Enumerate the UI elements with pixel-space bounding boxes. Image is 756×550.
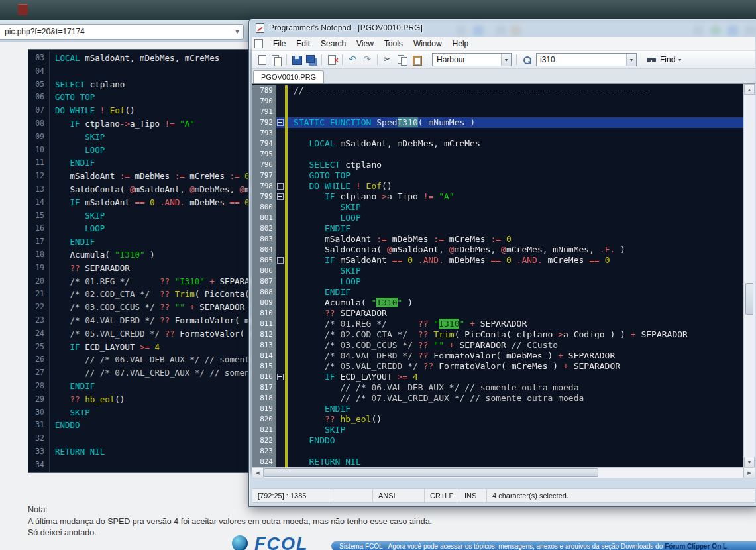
line-number[interactable]: 799 (252, 192, 276, 202)
code-line-818[interactable]: 818 // /* 07.VAL_CRED_AUX */ // somente … (252, 393, 743, 404)
fold-margin[interactable] (276, 340, 285, 351)
code-line-801[interactable]: 801 LOOP (252, 213, 743, 223)
menu-file[interactable]: File (268, 38, 291, 50)
line-number[interactable]: 792 (252, 117, 276, 128)
tab-pgov0010[interactable]: PGOV0010.PRG (253, 70, 324, 83)
line-number[interactable]: 817 (252, 382, 276, 393)
line-number[interactable]: 818 (252, 393, 276, 404)
address-dropdown-icon[interactable]: ▼ (231, 28, 243, 35)
code-line-813[interactable]: 813 /* 03.COD_CCUS */ ?? "" + SEPARADOR … (252, 340, 743, 351)
fold-margin[interactable] (276, 107, 285, 117)
title-bar[interactable]: Programmer's Notepad - [PGOV0010.PRG] (249, 19, 756, 37)
code-text[interactable] (288, 107, 743, 117)
find-dropdown-icon[interactable]: ▾ (678, 57, 681, 63)
line-number[interactable]: 811 (252, 319, 276, 329)
code-text[interactable] (288, 128, 743, 138)
code-line-812[interactable]: 812 /* 02.COD_CTA */ ?? Trim( PicConta( … (252, 329, 743, 340)
scheme-select[interactable]: Harbour ▼ (432, 53, 512, 66)
code-text[interactable]: // /* 06.VAL_DEB_AUX */ // somente outra… (288, 382, 743, 393)
save-button[interactable] (290, 53, 303, 66)
code-text[interactable]: ?? hb_eol() (288, 414, 743, 425)
code-line-810[interactable]: 810 ?? SEPARADOR (252, 308, 743, 319)
horizontal-scroll-thumb[interactable] (264, 468, 598, 477)
code-text[interactable]: Acumula( "I310" ) (288, 298, 743, 308)
line-number[interactable]: 809 (252, 298, 276, 308)
code-line-802[interactable]: 802 ENDIF (252, 223, 743, 234)
menu-view[interactable]: View (351, 38, 379, 50)
cut-button[interactable]: ✂ (381, 53, 394, 66)
code-line-791[interactable]: 791 (252, 107, 743, 117)
code-text[interactable]: SELECT ctplano (288, 160, 743, 170)
code-line-824[interactable]: 824 RETURN NIL (252, 457, 743, 467)
line-number[interactable]: 808 (252, 287, 276, 298)
code-text[interactable]: LOOP (288, 276, 743, 287)
line-number[interactable]: 794 (252, 138, 276, 149)
line-number[interactable]: 802 (252, 223, 276, 234)
paste-button[interactable] (410, 53, 423, 66)
line-number[interactable]: 815 (252, 361, 276, 372)
fold-margin[interactable] (276, 393, 285, 404)
undo-button[interactable]: ↶ (346, 53, 359, 66)
scroll-up-button[interactable]: ▲ (744, 84, 755, 95)
line-number[interactable]: 814 (252, 351, 276, 361)
code-text[interactable]: /* 05.VAL_CREDD */ ?? FormatoValor( mCre… (288, 361, 743, 372)
code-text[interactable] (288, 96, 743, 107)
code-line-811[interactable]: 811 /* 01.REG */ ?? "I310" + SEPARADOR (252, 319, 743, 329)
fold-margin[interactable] (276, 308, 285, 319)
code-line-792[interactable]: 792STATIC FUNCTION SpedI310( mNumMes ) (252, 117, 743, 128)
fold-margin[interactable] (276, 435, 285, 446)
code-text[interactable] (288, 446, 743, 457)
code-text[interactable]: GOTO TOP (288, 170, 743, 181)
fold-margin[interactable] (276, 404, 285, 414)
code-line-807[interactable]: 807 LOOP (252, 276, 743, 287)
code-text[interactable]: ENDDO (288, 435, 743, 446)
vertical-scrollbar[interactable]: ▲ ▼ (743, 84, 755, 467)
code-line-790[interactable]: 790 (252, 96, 743, 107)
line-number[interactable]: 797 (252, 170, 276, 181)
fold-margin[interactable] (276, 170, 285, 181)
line-number[interactable]: 812 (252, 329, 276, 340)
fold-margin[interactable] (276, 255, 285, 266)
fold-margin[interactable] (276, 85, 285, 96)
line-number[interactable]: 803 (252, 234, 276, 245)
code-text[interactable]: /* 01.REG */ ?? "I310" + SEPARADOR (288, 319, 743, 329)
line-number[interactable]: 822 (252, 435, 276, 446)
footer-link[interactable]: Fórum Clipper On L (665, 543, 727, 550)
copy-button[interactable] (396, 53, 409, 66)
line-number[interactable]: 804 (252, 245, 276, 255)
code-text[interactable]: /* 04.VAL_DEBD */ ?? FormatoValor( mDebM… (288, 351, 743, 361)
line-number[interactable]: 806 (252, 266, 276, 276)
fold-margin[interactable] (276, 160, 285, 170)
code-line-816[interactable]: 816 IF ECD_LAYOUT >= 4 (252, 372, 743, 382)
code-text[interactable]: IF ctplano->a_Tipo != "A" (288, 192, 743, 202)
fold-margin[interactable] (276, 181, 285, 192)
code-text[interactable]: ENDIF (288, 223, 743, 234)
fold-margin[interactable] (276, 351, 285, 361)
open-file-button[interactable] (270, 53, 283, 66)
menu-edit[interactable]: Edit (291, 38, 315, 50)
close-file-button[interactable] (325, 53, 339, 66)
address-bar[interactable]: pic.php?f=20&t=17174 ▼ (0, 24, 244, 40)
scroll-down-button[interactable]: ▼ (744, 457, 755, 467)
menu-search[interactable]: Search (315, 38, 351, 50)
code-text[interactable]: /* 02.COD_CTA */ ?? Trim( PicConta( ctpl… (288, 329, 743, 340)
fold-margin[interactable] (276, 213, 285, 223)
editor-lines[interactable]: 789// ----------------------------------… (252, 84, 743, 467)
fold-margin[interactable] (276, 138, 285, 149)
vertical-scroll-thumb[interactable] (745, 283, 753, 315)
line-number[interactable]: 819 (252, 404, 276, 414)
code-text[interactable]: ENDIF (288, 404, 743, 414)
fold-margin[interactable] (276, 276, 285, 287)
code-text[interactable]: // -------------------------------------… (288, 85, 743, 96)
code-line-820[interactable]: 820 ?? hb_eol() (252, 414, 743, 425)
code-line-815[interactable]: 815 /* 05.VAL_CREDD */ ?? FormatoValor( … (252, 361, 743, 372)
fold-margin[interactable] (276, 361, 285, 372)
fold-toggle-icon[interactable] (277, 193, 284, 200)
code-text[interactable]: SKIP (288, 425, 743, 435)
fold-margin[interactable] (276, 223, 285, 234)
line-number[interactable]: 816 (252, 372, 276, 382)
fold-margin[interactable] (276, 96, 285, 107)
fold-margin[interactable] (276, 117, 285, 128)
fold-margin[interactable] (276, 446, 285, 457)
code-text[interactable]: SaldoConta( @mSaldoAnt, @mDebMes, @mCreM… (288, 245, 743, 255)
